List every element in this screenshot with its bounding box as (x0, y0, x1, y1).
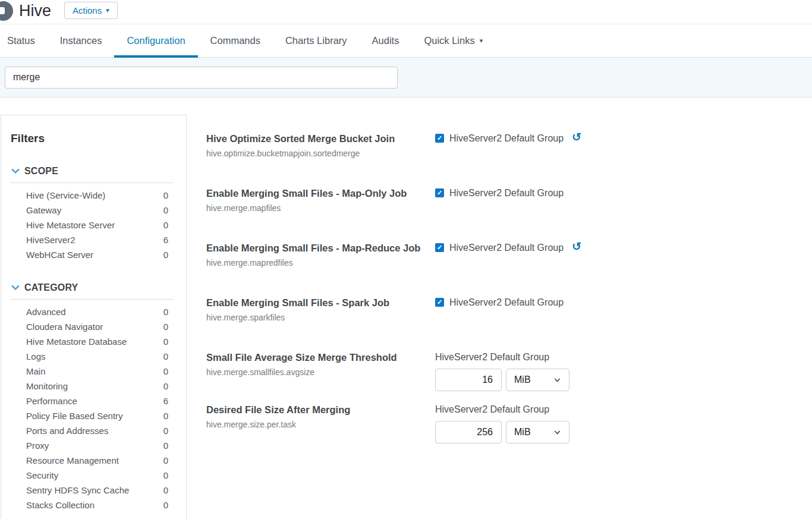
filter-item[interactable]: Hive Metastore Database 0 (11, 334, 173, 349)
filter-item[interactable]: Cloudera Navigator 0 (11, 319, 173, 334)
filter-item[interactable]: Policy File Based Sentry 0 (11, 408, 173, 423)
undo-icon[interactable]: ↺ (572, 241, 581, 252)
value-checkbox[interactable]: ✓ (435, 298, 444, 307)
config-title: Enable Merging Small Files - Spark Job (206, 296, 435, 309)
tab-label: Instances (60, 35, 102, 46)
tab-label: Audits (372, 35, 399, 46)
service-header: Hive Actions ▾ (0, 0, 812, 24)
filter-item-count: 0 (163, 455, 168, 465)
unit-select[interactable]: MiB (506, 369, 569, 391)
filter-item-label: Main (26, 366, 46, 376)
unit-select[interactable]: MiB (506, 421, 569, 443)
value-checkbox[interactable]: ✓ (435, 188, 444, 197)
role-group-label: HiveServer2 Default Group (435, 403, 610, 416)
settings-list: Hive Optimize Sorted Merge Bucket Join h… (206, 132, 610, 455)
caret-down-icon: ▾ (480, 37, 483, 44)
filter-item[interactable]: Proxy 0 (11, 438, 173, 453)
hive-service-icon (0, 1, 13, 21)
config-title: Small File Average Size Merge Threshold (206, 351, 435, 364)
filter-item-count: 0 (163, 441, 168, 451)
filter-item[interactable]: Hive Metastore Server 0 (11, 218, 173, 232)
config-property-name: hive.merge.smallfiles.avgsize (206, 367, 435, 378)
filter-item-label: Performance (26, 396, 77, 406)
checkmark-icon: ✓ (437, 190, 442, 196)
filters-title: Filters (11, 131, 186, 146)
filter-item-label: WebHCat Server (26, 250, 93, 260)
tab-label: Configuration (127, 35, 185, 46)
config-row-value: ✓ HiveServer2 Default Group ↺ (435, 187, 610, 213)
config-title: Enable Merging Small Files - Map-Reduce … (206, 241, 435, 254)
filter-item-count: 0 (163, 366, 168, 376)
filter-item-label: Hive Metastore Server (26, 220, 115, 230)
checkmark-icon: ✓ (437, 244, 442, 251)
filter-section-header[interactable]: CATEGORY (11, 282, 186, 293)
checkmark-icon: ✓ (437, 299, 442, 306)
actions-button[interactable]: Actions ▾ (64, 2, 118, 19)
value-checkbox[interactable]: ✓ (435, 134, 444, 143)
config-title: Enable Merging Small Files - Map-Only Jo… (206, 187, 435, 200)
filter-item[interactable]: Sentry HDFS Sync Cache 0 (11, 483, 173, 498)
tab-label: Commands (210, 35, 260, 46)
filter-item-list: Hive (Service-Wide) 0 Gateway 0 Hive Met… (11, 188, 173, 262)
config-property-name: hive.merge.mapredfiles (206, 257, 435, 268)
filter-item[interactable]: Stacks Collection 0 (11, 498, 173, 512)
filter-item-label: Hive (Service-Wide) (26, 190, 105, 200)
filter-item-label: Sentry HDFS Sync Cache (26, 485, 129, 495)
filter-item[interactable]: WebHCat Server 0 (11, 247, 173, 262)
config-row: Enable Merging Small Files - Spark Job h… (206, 296, 610, 323)
config-row: Enable Merging Small Files - Map-Only Jo… (206, 187, 610, 213)
size-controls: MiB (435, 369, 610, 391)
tab-commands[interactable]: Commands (198, 24, 273, 57)
filter-item[interactable]: Resource Management 0 (11, 453, 173, 468)
tab-configuration[interactable]: Configuration (114, 24, 197, 57)
filter-section-category: CATEGORY Advanced 0 Cloudera Navigator 0… (11, 282, 186, 512)
filter-item[interactable]: Logs 0 (11, 349, 173, 364)
filter-item-label: Monitoring (26, 381, 68, 391)
config-row-value: ✓ HiveServer2 Default Group ↺ (435, 241, 610, 268)
filter-item-count: 0 (163, 426, 168, 436)
config-title: Desired File Size After Merging (206, 403, 435, 416)
tab-audits[interactable]: Audits (360, 24, 412, 57)
filter-item-label: Hive Metastore Database (26, 336, 127, 347)
config-row-info: Enable Merging Small Files - Spark Job h… (206, 296, 435, 323)
filter-item-label: Proxy (26, 441, 49, 451)
filter-item-count: 0 (163, 322, 168, 332)
size-value-input[interactable] (435, 369, 502, 391)
role-group-label: HiveServer2 Default Group (449, 132, 564, 145)
tab-instances[interactable]: Instances (48, 24, 115, 57)
size-controls: MiB (435, 421, 610, 443)
filter-item[interactable]: Security 0 (11, 468, 173, 483)
tab-label: Status (7, 35, 35, 46)
section-divider (11, 183, 173, 183)
checkmark-icon: ✓ (437, 135, 442, 141)
filter-item[interactable]: Advanced 0 (11, 304, 173, 319)
filter-item[interactable]: Hive (Service-Wide) 0 (11, 188, 173, 203)
filter-item[interactable]: Performance 6 (11, 394, 173, 408)
filter-item[interactable]: Monitoring 0 (11, 379, 173, 394)
config-title: Hive Optimize Sorted Merge Bucket Join (206, 132, 435, 145)
filter-item-label: Advanced (26, 307, 66, 317)
caret-down-icon: ▾ (106, 7, 109, 14)
size-value-input[interactable] (435, 421, 502, 443)
filter-item[interactable]: HiveServer2 6 (11, 232, 173, 247)
value-checkbox[interactable]: ✓ (435, 243, 444, 252)
config-row: Enable Merging Small Files - Map-Reduce … (206, 241, 610, 268)
config-row-info: Enable Merging Small Files - Map-Only Jo… (206, 187, 435, 213)
filter-section-scope: SCOPE Hive (Service-Wide) 0 Gateway 0 Hi… (11, 166, 186, 262)
filter-item-label: Security (26, 470, 58, 480)
filter-item[interactable]: Ports and Addresses 0 (11, 423, 173, 438)
filter-item-list: Advanced 0 Cloudera Navigator 0 Hive Met… (11, 304, 173, 512)
filter-item[interactable]: Main 0 (11, 364, 173, 379)
tab-quick-links[interactable]: Quick Links ▾ (411, 24, 495, 57)
filter-item-count: 0 (163, 220, 168, 230)
config-search-input[interactable] (5, 67, 398, 89)
tab-label: Charts Library (285, 35, 347, 46)
role-group-label: HiveServer2 Default Group (449, 187, 564, 200)
filter-item[interactable]: Gateway 0 (11, 203, 173, 218)
configuration-content: Filters SCOPE Hive (Service-Wide) 0 Gate… (0, 97, 812, 519)
filter-section-header[interactable]: SCOPE (11, 166, 186, 177)
tab-charts-library[interactable]: Charts Library (273, 24, 360, 57)
tab-status[interactable]: Status (7, 24, 48, 57)
config-row: Desired File Size After Merging hive.mer… (206, 403, 610, 443)
undo-icon[interactable]: ↺ (572, 132, 581, 143)
